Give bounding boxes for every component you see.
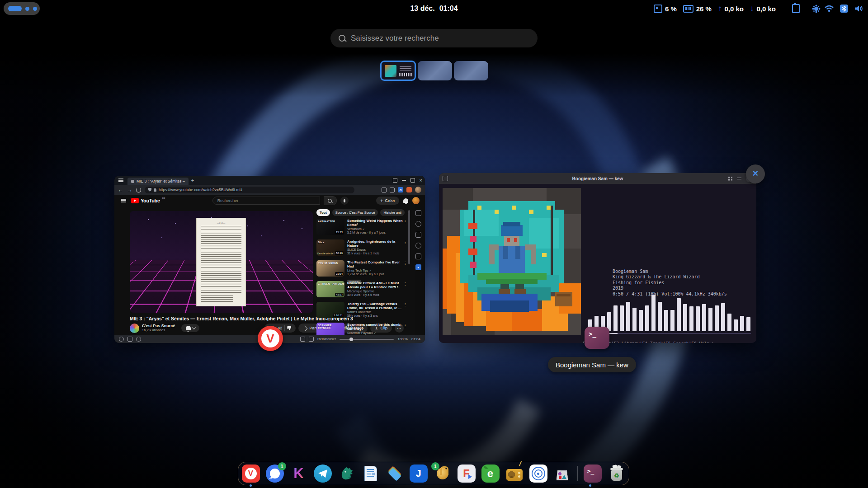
clipboard-icon[interactable] bbox=[792, 4, 800, 13]
kebab-menu-icon[interactable]: ⋮ bbox=[403, 303, 407, 307]
panel-icon[interactable] bbox=[415, 210, 421, 216]
menu-icon[interactable] bbox=[737, 178, 741, 178]
panel-web-icon[interactable]: ● bbox=[415, 264, 421, 270]
system-indicators[interactable]: 6 % 26 % ↑ 0,0 ko ↓ 0,0 ko bbox=[654, 0, 863, 17]
close-icon[interactable]: × bbox=[420, 178, 422, 183]
bluetooth-icon[interactable] bbox=[840, 5, 848, 13]
subscribed-bell-button[interactable] bbox=[181, 324, 199, 332]
reading-list-icon[interactable] bbox=[390, 188, 395, 192]
new-tab-button[interactable]: + bbox=[191, 178, 194, 183]
youtube-search-button[interactable] bbox=[324, 196, 337, 205]
dock-signal[interactable]: 1 bbox=[266, 465, 284, 483]
dock-e-app[interactable]: e bbox=[481, 465, 500, 483]
kebab-menu-icon[interactable]: ⋮ bbox=[403, 240, 407, 244]
address-bar[interactable]: https://www.youtube.com/watch?v=5BUWri6L… bbox=[145, 187, 354, 193]
workspace-thumb-2[interactable] bbox=[418, 61, 452, 80]
kebab-menu-icon[interactable]: ⋮ bbox=[403, 220, 407, 224]
night-light-icon[interactable] bbox=[814, 7, 818, 11]
mini-terminal-text bbox=[400, 66, 411, 71]
suggestion-thumbnail[interactable]: 2:10:51 bbox=[316, 302, 344, 318]
minimize-icon[interactable] bbox=[402, 180, 406, 181]
window-close-button[interactable]: × bbox=[746, 164, 765, 183]
window-preview-vivaldi[interactable]: MIE 3 : "Aryas" et Sémites – + × ← → htt… bbox=[114, 176, 425, 343]
dock-vivaldi[interactable]: V bbox=[242, 465, 260, 483]
vivaldi-menu-icon[interactable] bbox=[118, 180, 123, 181]
dock-sonar-app[interactable] bbox=[529, 465, 547, 483]
status-icon[interactable] bbox=[136, 337, 141, 342]
notifications-bell-icon[interactable] bbox=[403, 198, 408, 203]
dock-libreoffice-writer[interactable] bbox=[362, 465, 380, 483]
suggestion-thumbnail[interactable]: ANTIMATTER 35:23 bbox=[316, 219, 344, 235]
profile-avatar[interactable] bbox=[415, 187, 421, 193]
overview-search[interactable]: Saisissez votre recherche bbox=[330, 29, 538, 47]
forward-icon[interactable]: → bbox=[127, 187, 132, 193]
youtube-logo[interactable]: YouTube FR bbox=[131, 198, 165, 203]
extension-icon[interactable]: d bbox=[398, 187, 403, 192]
suggestion-item[interactable]: CITROEN · AMI 2025 43:37 Nouvelle Citroe… bbox=[316, 281, 407, 298]
suggestion-title[interactable]: Araignées: Ingénieures de la Nature bbox=[347, 239, 407, 248]
suggestion-thumbnail[interactable]: PRO 96-CORES 21:04 bbox=[316, 260, 344, 277]
closed-tabs-icon[interactable] bbox=[393, 178, 397, 183]
suggestion-item[interactable]: Slice Dans la toile de l'ar… 52:16 Araig… bbox=[316, 239, 407, 257]
dock-trash[interactable]: ♻ bbox=[608, 465, 626, 483]
zoom-slider[interactable] bbox=[340, 339, 394, 340]
youtube-mic-button[interactable] bbox=[340, 197, 349, 205]
browser-tab[interactable]: MIE 3 : "Aryas" et Sémites – bbox=[127, 178, 189, 185]
suggestion-title[interactable]: Thierry Piel - Carthage versus Rome, du … bbox=[347, 302, 407, 310]
suggestion-item[interactable]: PRO 96-CORES 21:04 The Fastest Computer … bbox=[316, 260, 407, 277]
create-button[interactable]: +Créer bbox=[376, 197, 399, 205]
kebab-menu-icon[interactable]: ⋮ bbox=[403, 324, 407, 328]
bookmark-icon[interactable] bbox=[382, 188, 387, 192]
back-icon[interactable]: ← bbox=[118, 187, 123, 193]
youtube-avatar[interactable] bbox=[412, 197, 420, 204]
reload-icon[interactable] bbox=[136, 188, 141, 192]
dock-freetube[interactable]: F bbox=[458, 465, 476, 483]
status-icon[interactable] bbox=[127, 337, 132, 342]
youtube-search-input[interactable]: Rechercher bbox=[212, 197, 320, 205]
panel-icon[interactable] bbox=[415, 243, 421, 249]
suggestion-title[interactable]: Nouvelle Citroen AMI - Le Must Absolu po… bbox=[347, 281, 407, 289]
scrollbar[interactable] bbox=[408, 210, 410, 264]
suggestion-item[interactable]: 2:10:51 Thierry Piel - Carthage versus R… bbox=[316, 302, 407, 319]
suggestion-title[interactable]: Scammers cannot be this dumb, can they? bbox=[347, 323, 407, 331]
dock-joplin[interactable]: J bbox=[410, 465, 428, 483]
panel-icon[interactable] bbox=[415, 253, 421, 259]
panel-icon[interactable] bbox=[415, 221, 421, 227]
capture-icon[interactable] bbox=[300, 337, 305, 342]
suggestion-thumbnail[interactable]: Slice Dans la toile de l'ar… 52:16 bbox=[316, 239, 344, 256]
dock-tuba[interactable]: 1 bbox=[434, 465, 452, 483]
chip-source[interactable]: Source : C'est Pas Sourcé bbox=[332, 209, 378, 216]
dock-layers-app[interactable] bbox=[386, 465, 404, 483]
extension-icon[interactable] bbox=[406, 187, 412, 192]
tab-overview-icon[interactable] bbox=[728, 177, 732, 181]
suggestion-title[interactable]: The Fastest Computer I've Ever Had bbox=[347, 260, 407, 268]
dock-terminal[interactable]: >_ bbox=[584, 465, 602, 483]
chip-tout[interactable]: Tout bbox=[316, 209, 330, 216]
dock-kasts[interactable]: K bbox=[290, 465, 308, 483]
panel-icon[interactable] bbox=[415, 232, 421, 238]
workspace-thumb-3[interactable] bbox=[454, 61, 488, 80]
dock-dino[interactable] bbox=[338, 465, 356, 483]
chip-histoire[interactable]: Histoire anti bbox=[380, 209, 405, 216]
workspace-thumb-1[interactable] bbox=[380, 61, 416, 81]
wifi-icon[interactable] bbox=[825, 5, 834, 12]
suggestion-title[interactable]: Something Weird Happens When E=mc² bbox=[347, 219, 407, 227]
youtube-menu-icon[interactable] bbox=[121, 200, 126, 201]
shield-icon bbox=[148, 188, 151, 192]
channel-avatar[interactable] bbox=[130, 324, 139, 333]
kebab-menu-icon[interactable]: ⋮ bbox=[403, 282, 407, 286]
dock-telegram[interactable] bbox=[314, 465, 332, 483]
suggestion-item[interactable]: ANTIMATTER 35:23 Something Weird Happens… bbox=[316, 219, 407, 236]
dock-gnome-software[interactable] bbox=[553, 465, 571, 483]
kebab-menu-icon[interactable]: ⋮ bbox=[403, 261, 407, 265]
status-icon[interactable] bbox=[119, 337, 124, 342]
video-player[interactable]: —( 5 )— bbox=[130, 211, 313, 313]
zoom-reset-label[interactable]: Réinitialiser bbox=[317, 337, 336, 341]
maximize-icon[interactable] bbox=[410, 178, 415, 183]
volume-icon[interactable] bbox=[854, 5, 863, 12]
suggestion-thumbnail[interactable]: CITROEN · AMI 2025 43:37 bbox=[316, 281, 344, 297]
tiling-icon[interactable] bbox=[309, 337, 314, 342]
window-preview-terminal[interactable]: Boogieman Sam — kew bbox=[439, 173, 756, 343]
verified-icon bbox=[362, 227, 365, 230]
dock-shortwave[interactable] bbox=[505, 465, 524, 483]
